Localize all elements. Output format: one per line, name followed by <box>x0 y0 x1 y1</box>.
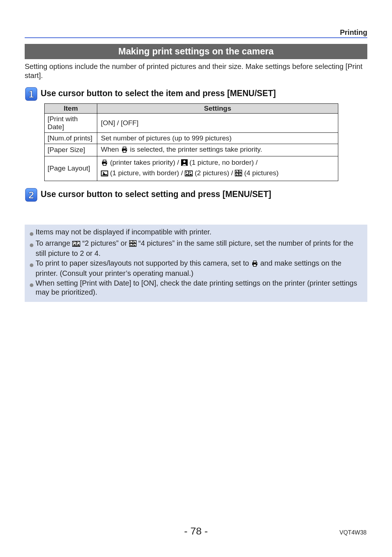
step-2-badge-icon: 2 <box>25 188 38 202</box>
one-pic-border-icon <box>101 169 108 179</box>
table-row: [Num.of prints] Set number of pictures (… <box>45 132 338 144</box>
bullet-icon <box>30 228 36 238</box>
svg-text:2: 2 <box>28 189 34 201</box>
four-pic-icon <box>235 169 242 179</box>
printer-icon <box>101 159 108 169</box>
bullet-icon <box>30 279 36 297</box>
doc-code: VQT4W38 <box>339 529 367 536</box>
four-pic-icon <box>129 240 136 249</box>
bullet-icon <box>30 259 36 278</box>
printer-icon <box>121 146 128 155</box>
bullet-icon <box>30 239 36 258</box>
item-cell: [Page Layout] <box>45 156 97 181</box>
table-row: [Page Layout] (printer takes priority) /… <box>45 156 338 181</box>
item-cell: [Paper Size] <box>45 144 97 156</box>
item-cell: [Print with Date] <box>45 114 97 133</box>
settings-table: Item Settings [Print with Date] [ON] / [… <box>44 103 338 181</box>
note-item: Items may not be displayed if incompatib… <box>30 228 362 238</box>
th-item: Item <box>45 104 97 114</box>
step-1-badge-icon: 1 <box>25 87 38 101</box>
table-row: [Paper Size] When is selected, the print… <box>45 144 338 156</box>
settings-cell: Set number of pictures (up to 999 pictur… <box>97 132 338 144</box>
printer-icon <box>251 260 258 269</box>
note-item: When setting [Print with Date] to [ON], … <box>30 279 362 297</box>
intro-text: Setting options include the number of pr… <box>25 62 367 80</box>
step-1-title: Use cursor button to select the item and… <box>41 87 276 98</box>
svg-text:1: 1 <box>28 89 34 100</box>
one-pic-noborder-icon <box>181 159 188 169</box>
note-item: To arrange “2 pictures” or “4 pictures” … <box>30 239 362 258</box>
table-row: [Print with Date] [ON] / [OFF] <box>45 114 338 133</box>
step-2-title: Use cursor button to select setting and … <box>41 188 271 199</box>
th-settings: Settings <box>97 104 338 114</box>
note-item: To print to paper sizes/layouts not supp… <box>30 259 362 278</box>
two-pic-icon <box>185 169 193 179</box>
item-cell: [Num.of prints] <box>45 132 97 144</box>
settings-cell: (printer takes priority) / (1 picture, n… <box>97 156 338 181</box>
header-section: Printing <box>25 28 367 37</box>
settings-cell: [ON] / [OFF] <box>97 114 338 133</box>
page-number: - 78 - <box>0 525 392 537</box>
step-2: 2 Use cursor button to select setting an… <box>25 188 367 202</box>
notes-box: Items may not be displayed if incompatib… <box>25 225 367 302</box>
header-rule <box>25 37 367 38</box>
section-title-bar: Making print settings on the camera <box>25 44 367 59</box>
two-pic-icon <box>72 240 80 249</box>
step-1: 1 Use cursor button to select the item a… <box>25 87 367 101</box>
settings-cell: When is selected, the printer settings t… <box>97 144 338 156</box>
